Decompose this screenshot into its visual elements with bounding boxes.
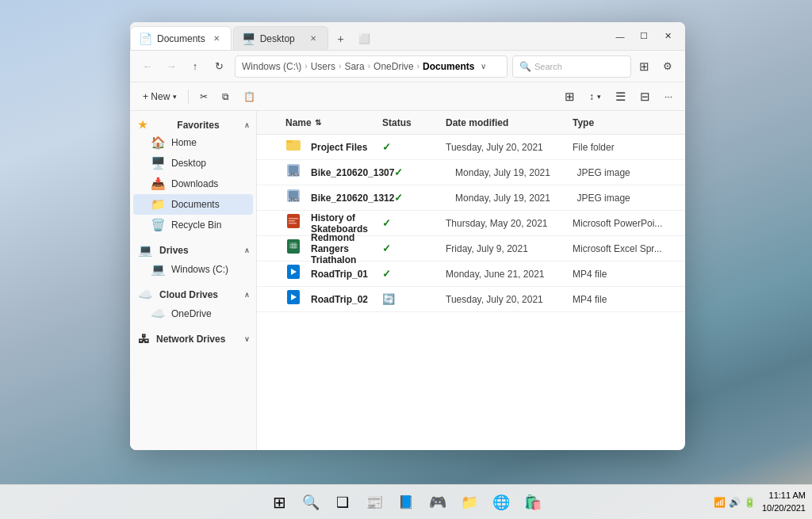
favorites-star-icon: ★ [138, 119, 147, 131]
status-synced-icon: ✓ [382, 268, 391, 280]
taskbar-widgets[interactable]: 📰 [360, 488, 389, 517]
windows-c-icon: 💻 [151, 262, 166, 277]
row-type: File folder [573, 142, 676, 153]
favorites-header[interactable]: ★ Favorites ∧ [130, 114, 256, 132]
col-status-label: Status [382, 117, 412, 128]
sidebar-item-desktop[interactable]: 🖥️ Desktop [133, 153, 253, 174]
sidebar-item-downloads[interactable]: 📥 Downloads [133, 174, 253, 194]
sidebar-item-home[interactable]: 🏠 Home [133, 132, 253, 153]
file-type-icon [285, 213, 301, 233]
search-box[interactable]: 🔍 Search [512, 55, 631, 78]
sort-button-label: ▾ [597, 93, 601, 101]
taskbar-center: ⊞ 🔍 ❑ 📰 📘 🎮 📁 🌐 🛍️ [265, 488, 547, 517]
svg-rect-10 [289, 220, 295, 222]
desktop-icon: 🖥️ [151, 156, 166, 170]
tab-documents[interactable]: 📄 Documents ✕ [130, 26, 232, 50]
file-list-header: Name ⇅ Status Date modified Type [257, 111, 685, 135]
row-type: JPEG image [576, 193, 676, 204]
copy-button[interactable]: ⧉ [216, 86, 236, 107]
taskbar-edge[interactable]: 🌐 [487, 488, 515, 517]
taskbar-time[interactable]: 11:11 AM 10/20/2021 [762, 490, 806, 514]
row-status: ✓ [382, 141, 446, 153]
maximize-button[interactable]: ☐ [633, 25, 655, 48]
col-name-sort-icon: ⇅ [315, 118, 321, 127]
file-name-label: RoadTrip_02 [311, 294, 382, 305]
layout-toggle-button[interactable]: ⊟ [634, 86, 657, 107]
col-date-header[interactable]: Date modified [446, 117, 573, 128]
settings-icon[interactable]: ⚙ [657, 55, 679, 78]
cut-button[interactable]: ✂ [193, 86, 214, 107]
sidebar-item-onedrive[interactable]: ☁️ OneDrive [133, 303, 253, 324]
row-name: RoadTrip_02 [285, 289, 382, 309]
address-chevron-icon[interactable]: ∨ [481, 62, 486, 71]
file-name-label: History of Skateboards [311, 212, 382, 235]
display-settings-icon[interactable]: ⊞ [633, 55, 655, 78]
taskbar-files[interactable]: 📁 [455, 488, 484, 517]
new-button[interactable]: + New ▾ [136, 86, 183, 107]
svg-rect-11 [289, 223, 297, 224]
taskbar-sys-icons: 📶 🔊 🔋 [714, 497, 756, 508]
table-row[interactable]: JPEG Bike_210620_1307 ✓ Monday, July 19,… [257, 160, 685, 185]
tab-desktop-label: Desktop [260, 33, 295, 44]
paste-button[interactable]: 📋 [237, 86, 262, 107]
taskbar-right: 📶 🔊 🔋 11:11 AM 10/20/2021 [714, 490, 806, 514]
col-name-header[interactable]: Name ⇅ [285, 117, 382, 128]
tab-documents-close[interactable]: ✕ [210, 32, 223, 45]
status-syncing-icon: 🔄 [382, 293, 395, 305]
up-button[interactable]: ↑ [184, 55, 206, 78]
minimize-button[interactable]: — [609, 25, 631, 48]
sidebar-item-recycle-bin[interactable]: 🗑️ Recycle Bin [133, 215, 253, 235]
col-status-header[interactable]: Status [382, 117, 446, 128]
close-button[interactable]: ✕ [657, 25, 679, 48]
drives-header[interactable]: 💻 Drives ∧ [130, 239, 256, 259]
main-area: ★ Favorites ∧ 🏠 Home 🖥️ Desktop 📥 Downlo… [130, 111, 685, 450]
sidebar-item-desktop-label: Desktop [171, 158, 206, 169]
row-status: ✓ [382, 217, 446, 229]
table-row[interactable]: Redmond Rangers Triathalon ✓ Friday, Jul… [257, 236, 685, 261]
table-row[interactable]: RoadTrip_01 ✓ Monday, June 21, 2021 MP4 … [257, 261, 685, 287]
sort-button[interactable]: ↕ ▾ [583, 86, 607, 107]
new-button-label: + New [143, 91, 170, 102]
table-row[interactable]: Project Files ✓ Tuesday, July 20, 2021 F… [257, 135, 685, 160]
cloud-drives-header[interactable]: ☁️ Cloud Drives ∧ [130, 283, 256, 303]
row-date: Tuesday, July 20, 2021 [446, 294, 573, 305]
svg-text:JPEG: JPEG [289, 172, 299, 177]
back-button[interactable]: ← [136, 55, 159, 78]
tab-switch-button[interactable]: ⬜ [354, 28, 376, 50]
crumb-sara: Sara [344, 61, 364, 72]
tab-desktop[interactable]: 🖥️ Desktop ✕ [233, 26, 328, 50]
sidebar-item-windows-c[interactable]: 💻 Windows (C:) [133, 259, 253, 280]
row-date: Monday, July 19, 2021 [455, 193, 576, 204]
downloads-icon: 📥 [151, 177, 166, 191]
cloud-drives-chevron-icon: ∧ [244, 291, 250, 299]
search-icon: 🔍 [519, 61, 531, 72]
more-options-button[interactable]: ··· [658, 86, 679, 107]
taskbar-xbox[interactable]: 🎮 [423, 488, 452, 517]
view-toggle-button[interactable]: ⊞ [558, 86, 581, 107]
table-row[interactable]: RoadTrip_02 🔄 Tuesday, July 20, 2021 MP4… [257, 287, 685, 312]
explorer-window: 📄 Documents ✕ 🖥️ Desktop ✕ + ⬜ — ☐ ✕ ← →… [130, 22, 685, 450]
forward-button[interactable]: → [160, 55, 182, 78]
tab-desktop-close[interactable]: ✕ [307, 32, 320, 45]
address-bar[interactable]: Windows (C:\) › Users › Sara › OneDrive … [235, 55, 508, 78]
sidebar-item-documents[interactable]: 📁 Documents [133, 194, 253, 215]
cmd-separator-1 [188, 90, 189, 104]
crumb-documents: Documents [423, 61, 474, 72]
refresh-button[interactable]: ↻ [208, 55, 230, 78]
start-button[interactable]: ⊞ [265, 488, 293, 517]
layout-button[interactable]: ☰ [609, 86, 632, 107]
title-bar: 📄 Documents ✕ 🖥️ Desktop ✕ + ⬜ — ☐ ✕ [130, 22, 685, 51]
taskbar-clock: 11:11 AM [762, 490, 806, 502]
row-type: Microsoft Excel Spr... [573, 243, 676, 254]
taskbar-store[interactable]: 🛍️ [519, 488, 547, 517]
crumb-onedrive: OneDrive [373, 61, 414, 72]
new-tab-button[interactable]: + [330, 28, 352, 50]
taskbar-task-view[interactable]: ❑ [328, 488, 357, 517]
taskbar-teams[interactable]: 📘 [392, 488, 420, 517]
taskbar-search-icon[interactable]: 🔍 [297, 488, 325, 517]
table-row[interactable]: JPEG Bike_210620_1312 ✓ Monday, July 19,… [257, 185, 685, 211]
tab-documents-label: Documents [157, 33, 205, 44]
col-type-header[interactable]: Type [573, 117, 676, 128]
toolbar-right-icons: ⊞ ⚙ [633, 55, 679, 78]
network-drives-header[interactable]: 🖧 Network Drives ∨ [130, 327, 256, 347]
